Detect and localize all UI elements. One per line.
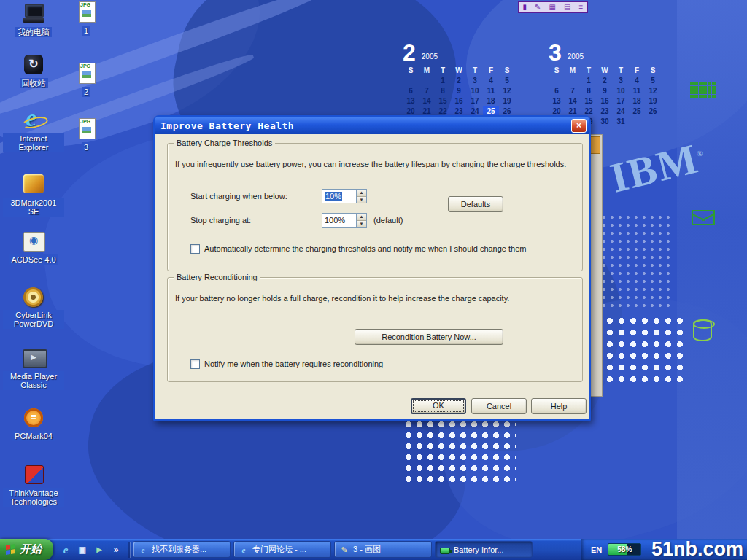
default-note: (default) (374, 216, 403, 225)
close-button[interactable]: × (571, 119, 587, 133)
calendar-date[interactable]: 30 (597, 117, 613, 126)
start-charge-spinner[interactable]: 10% ▲▼ (322, 189, 367, 203)
calendar-date[interactable]: 6 (549, 86, 565, 96)
calendar-date[interactable]: 7 (565, 86, 581, 96)
defaults-button[interactable]: Defaults (448, 196, 503, 212)
calendar-date[interactable]: 2 (451, 76, 467, 85)
overflow-chevron-icon[interactable]: » (109, 543, 123, 556)
start-button[interactable]: 开始 (0, 539, 53, 560)
calendar-date[interactable]: 1 (435, 76, 451, 85)
auto-thresholds-checkbox[interactable]: Automatically determine the charging thr… (190, 244, 526, 254)
checkbox-box[interactable] (190, 244, 200, 254)
battery-reconditioning-group: Battery Reconditioning If your battery n… (167, 277, 583, 382)
watermark: 51nb.com (651, 539, 743, 560)
calendar-date[interactable]: 17 (613, 96, 629, 106)
calendar-date[interactable]: 19 (499, 96, 515, 106)
calendar-date[interactable]: 8 (435, 86, 451, 96)
calendar-date[interactable]: 11 (483, 86, 499, 96)
calendar-day-header: S (549, 66, 565, 75)
calendar-date[interactable]: 10 (613, 86, 629, 96)
recondition-battery-button[interactable]: Recondition Battery Now... (355, 329, 503, 345)
battery-meter[interactable]: 58% (608, 543, 641, 556)
dialog-titlebar[interactable]: Improve Battery Health × (155, 117, 589, 134)
calendar-day-header: T (467, 66, 483, 75)
reconditioning-description: If your battery no longer holds a full c… (175, 294, 575, 303)
calendar-date[interactable]: 10 (467, 86, 483, 96)
calendar-empty-cell (419, 76, 435, 85)
calendar-date[interactable]: 4 (629, 76, 645, 85)
calendar-date[interactable]: 8 (581, 86, 597, 96)
calendar-date[interactable]: 31 (613, 117, 629, 126)
calendar-date[interactable]: 18 (483, 96, 499, 106)
calendar-date[interactable]: 18 (629, 96, 645, 106)
spin-down-icon[interactable]: ▼ (357, 221, 366, 228)
calendar-date[interactable]: 15 (435, 96, 451, 106)
stop-charging-label: Stop charging at: (190, 216, 251, 225)
calendar-date[interactable]: 7 (419, 86, 435, 96)
language-indicator[interactable]: EN (591, 545, 602, 554)
calendar-month-header: 22005 (403, 36, 527, 63)
start-charging-label: Start charging when below: (190, 192, 287, 201)
spin-up-icon[interactable]: ▲ (357, 190, 366, 197)
calendar-date[interactable]: 13 (403, 96, 419, 106)
calendar-date[interactable]: 24 (613, 106, 629, 116)
calendar-date[interactable]: 17 (467, 96, 483, 106)
battery-percent: 58% (608, 544, 640, 555)
calendar-date[interactable]: 9 (597, 86, 613, 96)
calendar-date[interactable]: 19 (645, 96, 661, 106)
dialog-body: Battery Charge Thresholds If you infrequ… (155, 134, 589, 423)
start-charge-value: 10% (325, 192, 342, 201)
calendar-day-header: F (629, 66, 645, 75)
calendar-date[interactable]: 2 (597, 76, 613, 85)
stop-charge-spinner[interactable]: 100% ▲▼ (322, 213, 367, 228)
taskbar-task-1[interactable]: 找不到服务器... (133, 541, 231, 558)
ok-button[interactable]: OK (411, 398, 466, 414)
calendar-date[interactable]: 3 (613, 76, 629, 85)
notify-reconditioning-checkbox[interactable]: Notify me when the battery requires reco… (190, 359, 383, 369)
checkbox-box[interactable] (190, 359, 200, 369)
cancel-button[interactable]: Cancel (471, 398, 527, 414)
calendar-date[interactable]: 23 (597, 106, 613, 116)
spin-down-icon[interactable]: ▼ (357, 197, 366, 203)
calendar-day-header: F (483, 66, 499, 75)
task-label: 3 - 画图 (353, 544, 381, 555)
calendar-date[interactable]: 16 (451, 96, 467, 106)
calendar-date[interactable]: 11 (629, 86, 645, 96)
calendar-date[interactable]: 4 (483, 76, 499, 85)
calendar-month-3: 32005SMTWTFS1234567891011121314151617181… (549, 36, 673, 126)
calendar-date[interactable]: 6 (403, 86, 419, 96)
calendar-date[interactable]: 5 (499, 76, 515, 85)
taskbar-task-4[interactable]: Battery Infor... (435, 541, 533, 558)
calendar-day-header: S (645, 66, 661, 75)
calendar-date[interactable]: 14 (565, 96, 581, 106)
calendar-date[interactable]: 5 (645, 76, 661, 85)
calendar-empty-cell (549, 76, 565, 85)
calendar-date[interactable]: 1 (581, 76, 597, 85)
internet-explorer-icon[interactable]: e (59, 543, 72, 556)
calendar-year: 2005 (419, 53, 438, 61)
task-label: Battery Infor... (454, 545, 503, 554)
media-player-icon[interactable]: ▶ (93, 543, 106, 556)
group-label: Battery Charge Thresholds (174, 139, 275, 147)
calendar-date[interactable]: 3 (467, 76, 483, 85)
thresholds-description: If you infrequently use battery power, y… (175, 160, 575, 169)
calendar-date[interactable]: 9 (451, 86, 467, 96)
taskbar-task-2[interactable]: 专门网论坛 - ... (233, 541, 331, 558)
calendar-date[interactable]: 26 (645, 106, 661, 116)
group-label: Battery Reconditioning (174, 273, 260, 281)
calendar-date[interactable]: 12 (499, 86, 515, 96)
show-desktop-icon[interactable]: ▣ (76, 543, 89, 556)
calendar-date[interactable]: 13 (549, 96, 565, 106)
calendar-month-number: 3 (549, 42, 562, 63)
help-button[interactable]: Help (531, 398, 587, 414)
calendar-day-header: M (565, 66, 581, 75)
calendar-date[interactable]: 15 (581, 96, 597, 106)
calendar-date[interactable]: 14 (419, 96, 435, 106)
calendar-date[interactable]: 25 (629, 106, 645, 116)
battery-charge-thresholds-group: Battery Charge Thresholds If you infrequ… (167, 143, 583, 271)
calendar-day-header: S (403, 66, 419, 75)
calendar-date[interactable]: 16 (597, 96, 613, 106)
calendar-date[interactable]: 12 (645, 86, 661, 96)
taskbar-task-3[interactable]: 3 - 画图 (334, 541, 432, 558)
spin-up-icon[interactable]: ▲ (357, 214, 366, 221)
